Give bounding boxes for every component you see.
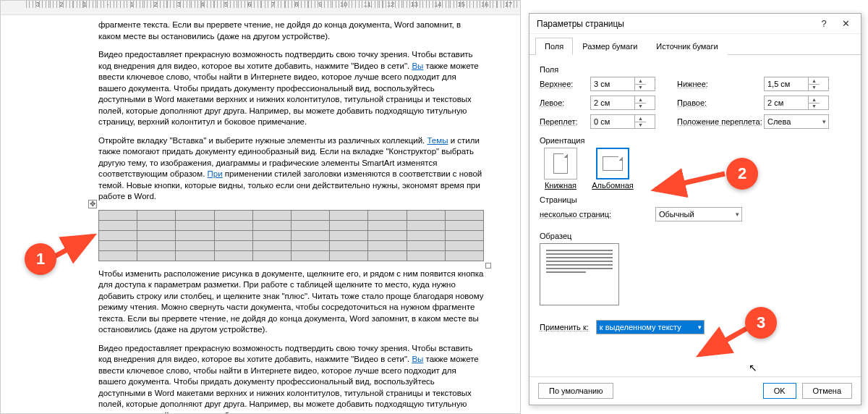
- spinner-down-icon[interactable]: ▼: [809, 85, 820, 91]
- group-sample-label: Образец: [540, 232, 851, 240]
- ok-button[interactable]: OK: [763, 383, 796, 399]
- hyperlink[interactable]: Вы: [412, 62, 423, 70]
- right-margin-label: Правое:: [677, 98, 764, 107]
- spinner-up-icon[interactable]: ▲: [809, 77, 820, 85]
- bottom-margin-label: Нижнее:: [677, 80, 764, 88]
- paragraph[interactable]: Откройте вкладку "Вставка" и выберите ну…: [98, 135, 484, 203]
- spinner-up-icon[interactable]: ▲: [809, 96, 820, 104]
- spinner-down-icon[interactable]: ▼: [635, 122, 646, 129]
- callout-3: 3: [745, 307, 777, 339]
- group-orientation-label: Ориентация: [540, 136, 851, 145]
- document-window: 321 ·12 345 678 91011 121314 151617 фраг…: [0, 0, 521, 414]
- table-resize-handle-icon[interactable]: [485, 263, 491, 269]
- gutter-position-select[interactable]: Слева: [764, 114, 829, 129]
- svg-line-0: [55, 236, 93, 256]
- multi-pages-label: несколько страниц:: [540, 210, 641, 219]
- cancel-button[interactable]: Отмена: [802, 383, 852, 399]
- left-margin-label: Левое:: [540, 98, 590, 107]
- group-margins-label: Поля: [540, 65, 851, 74]
- spinner-down-icon[interactable]: ▼: [635, 104, 646, 110]
- svg-line-2: [700, 329, 746, 355]
- hyperlink[interactable]: Вы: [412, 355, 423, 363]
- page-preview: [540, 243, 619, 305]
- hyperlink[interactable]: Темы: [427, 136, 448, 145]
- apply-to-select[interactable]: к выделенному тексту: [596, 320, 705, 334]
- callout-2-arrow-icon: [650, 168, 729, 198]
- tab-paper-source[interactable]: Источник бумаги: [647, 38, 727, 55]
- gutter-label: Переплет:: [540, 117, 590, 126]
- cursor-icon: ↖: [749, 362, 757, 373]
- dialog-titlebar[interactable]: Параметры страницы ? ✕: [529, 14, 861, 34]
- landscape-icon: [596, 148, 629, 179]
- multi-pages-select[interactable]: Обычный: [655, 207, 742, 221]
- spinner-up-icon[interactable]: ▲: [635, 96, 646, 104]
- top-margin-input[interactable]: ▲▼: [590, 77, 655, 91]
- orientation-landscape[interactable]: Альбомная: [592, 148, 634, 190]
- callout-1: 1: [25, 243, 56, 275]
- callout-3-arrow-icon: [694, 326, 752, 363]
- close-button[interactable]: ✕: [835, 18, 856, 29]
- spinner-down-icon[interactable]: ▼: [809, 104, 820, 110]
- hyperlink[interactable]: При: [208, 169, 223, 178]
- bottom-margin-input[interactable]: ▲▼: [764, 77, 829, 91]
- paragraph[interactable]: Чтобы изменить расположение рисунка в до…: [98, 269, 484, 336]
- right-margin-input[interactable]: ▲▼: [764, 96, 829, 110]
- tab-paper-size[interactable]: Размер бумаги: [573, 38, 647, 55]
- document-body[interactable]: фрагменте текста. Если вы прервете чтени…: [1, 15, 520, 414]
- spinner-up-icon[interactable]: ▲: [635, 77, 646, 85]
- apply-to-label: Применить к:: [540, 323, 589, 331]
- help-button[interactable]: ?: [813, 18, 835, 29]
- spinner-up-icon[interactable]: ▲: [635, 115, 646, 122]
- selected-table[interactable]: [98, 210, 484, 261]
- paragraph[interactable]: Видео предоставляет прекрасную возможнос…: [98, 49, 484, 128]
- horizontal-ruler[interactable]: 321 ·12 345 678 91011 121314 151617: [1, 1, 520, 15]
- gutter-position-label: Положение переплета:: [677, 117, 764, 126]
- callout-1-arrow-icon: [52, 232, 103, 262]
- left-margin-input[interactable]: ▲▼: [590, 96, 655, 110]
- callout-2: 2: [726, 158, 758, 190]
- dialog-title: Параметры страницы: [537, 19, 813, 29]
- orientation-portrait[interactable]: Книжная: [540, 148, 582, 190]
- table-move-handle-icon[interactable]: ✥: [88, 200, 97, 208]
- portrait-icon: [544, 148, 577, 179]
- gutter-input[interactable]: ▲▼: [590, 114, 655, 129]
- svg-line-1: [655, 174, 725, 190]
- tab-margins[interactable]: Поля: [535, 38, 573, 55]
- paragraph[interactable]: Видео предоставляет прекрасную возможнос…: [98, 343, 484, 414]
- dialog-tabs: Поля Размер бумаги Источник бумаги: [529, 37, 861, 55]
- spinner-down-icon[interactable]: ▼: [635, 85, 646, 91]
- top-margin-label: Верхнее:: [540, 80, 590, 88]
- default-button[interactable]: По умолчанию: [538, 383, 613, 399]
- paragraph[interactable]: фрагменте текста. Если вы прервете чтени…: [98, 20, 484, 42]
